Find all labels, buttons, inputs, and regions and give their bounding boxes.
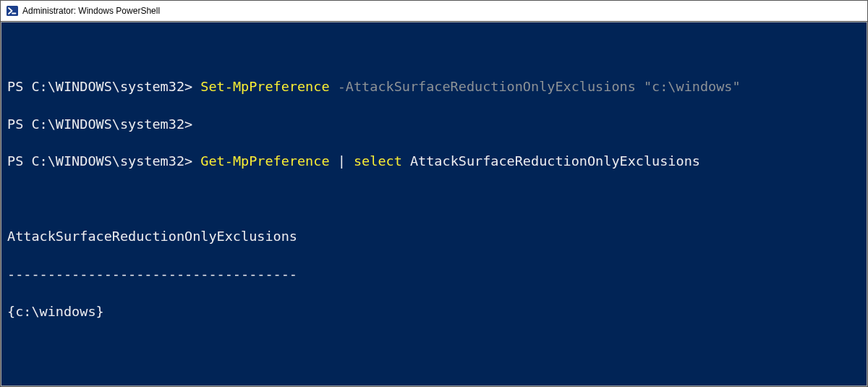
terminal-line: PS C:\WINDOWS\system32> Set-MpPreference… — [7, 77, 861, 96]
argument: AttackSurfaceReductionOnlyExclusions — [410, 153, 700, 169]
parameter: -AttackSurfaceReductionOnlyExclusions — [338, 79, 636, 94]
window-title: Administrator: Windows PowerShell — [22, 6, 160, 16]
prompt: PS C:\WINDOWS\system32> — [7, 116, 192, 132]
output-divider: ------------------------------------ — [7, 265, 861, 284]
blank-line — [7, 377, 861, 386]
command: Set-MpPreference — [200, 79, 329, 94]
prompt: PS C:\WINDOWS\system32> — [7, 79, 192, 94]
blank-line — [7, 190, 861, 208]
argument: "c:\windows" — [644, 79, 741, 94]
titlebar[interactable]: Administrator: Windows PowerShell — [1, 1, 867, 22]
pipe: | — [338, 153, 346, 169]
powershell-window: Administrator: Windows PowerShell PS C:\… — [0, 0, 868, 387]
command: Get-MpPreference — [200, 153, 329, 169]
prompt: PS C:\WINDOWS\system32> — [7, 153, 192, 169]
command: select — [354, 153, 402, 169]
output-header: AttackSurfaceReductionOnlyExclusions — [7, 227, 861, 246]
terminal-line: PS C:\WINDOWS\system32> — [7, 115, 861, 134]
terminal-line: PS C:\WINDOWS\system32> Get-MpPreference… — [7, 152, 861, 171]
output-value: {c:\windows} — [7, 302, 861, 321]
blank-line — [7, 339, 861, 358]
terminal-area[interactable]: PS C:\WINDOWS\system32> Set-MpPreference… — [1, 22, 867, 386]
powershell-icon — [7, 5, 18, 17]
